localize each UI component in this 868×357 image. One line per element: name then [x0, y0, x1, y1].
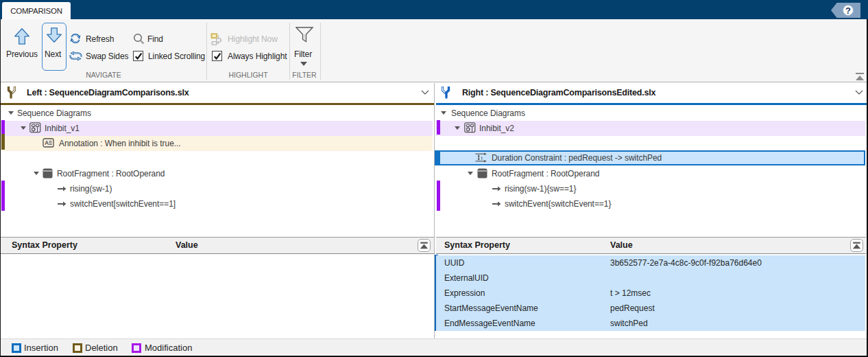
svg-text:t: t	[481, 155, 483, 161]
svg-text:A: A	[45, 139, 49, 146]
